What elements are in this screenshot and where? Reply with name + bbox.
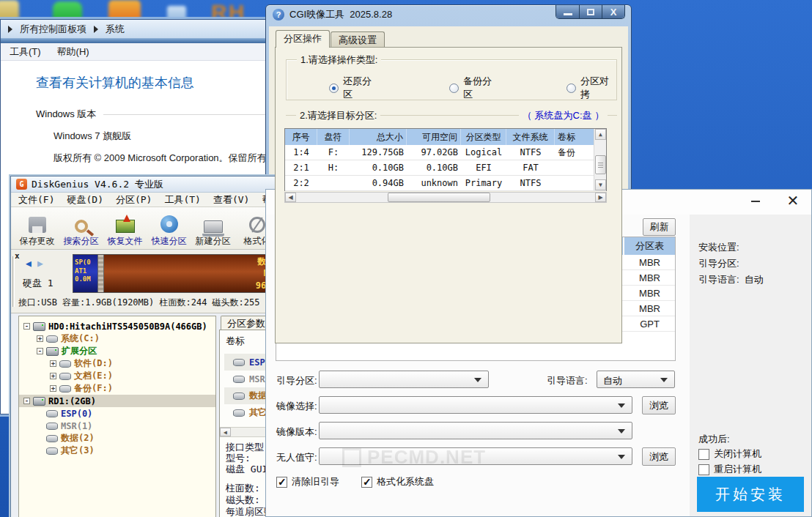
collapse-icon[interactable]: - [37,348,43,354]
menu-partition[interactable]: 分区(P) [116,193,152,207]
column-header[interactable]: 分区类型 [461,129,506,145]
partition-tree: -HD0:HitachiHTS545050B9A(466GB) +系统(C:) … [18,316,216,517]
next-disk-icon[interactable]: ▶ [37,258,43,269]
recover-icon [116,220,135,233]
scroll-down-icon[interactable]: ▼ [595,179,606,190]
unattend-dropdown[interactable] [319,447,632,465]
collapse-icon[interactable]: - [23,323,30,330]
column-header[interactable]: 盘符 [317,129,350,145]
panel-grip[interactable] [12,256,15,307]
msr-partition-block[interactable] [97,255,104,292]
clear-old-boot-checkbox[interactable]: 清除旧引导 [276,475,339,488]
prev-disk-icon[interactable]: ◀ [26,258,32,269]
cell-table-type: MBR [624,270,675,285]
radio-clone-partition[interactable]: 分区对拷 [566,75,616,101]
tree-item-software-d[interactable]: +软件(D:) [19,357,215,370]
menu-file[interactable]: 文件(F) [18,193,54,207]
table-row[interactable]: 1:4 F: 129.75GB 97.02GB Logical NTFS 备份 [285,145,606,160]
tab-partition-operations[interactable]: 分区操作 [276,30,330,48]
tree-item-backup-f[interactable]: +备份(F:) [19,382,215,395]
maximize-button[interactable] [579,5,602,18]
table-row[interactable]: 2:2 0.94GB unknown Primary NTFS [285,176,606,191]
caption-buttons: X [556,5,625,19]
quick-partition-button[interactable]: 快速分区 [149,209,189,248]
expand-icon[interactable]: + [50,360,56,367]
image-select-dropdown[interactable] [319,396,632,414]
radio-backup-partition[interactable]: 备份分区 [449,75,499,101]
dsi-sidebar: 安装位置: 引导分区: 引导语言: 自动 成功后: 关闭计算机 重启计算机 开始… [690,215,811,516]
refresh-button[interactable]: 刷新 [643,218,676,236]
breadcrumb-item-all-panels[interactable]: 所有控制面板项 [20,23,86,36]
tree-item-hd0[interactable]: -HD0:HitachiHTS545050B9A(466GB) [19,320,215,332]
tree-item-esp0[interactable]: ESP(0) [19,407,215,420]
minimize-button[interactable] [747,193,764,210]
tree-item-extended[interactable]: -扩展分区 [19,345,215,357]
close-button[interactable]: X [602,5,624,18]
close-button[interactable]: ✕ [783,191,802,210]
format-system-disk-checkbox[interactable]: 格式化系统盘 [361,475,434,488]
scrollbar-thumb[interactable] [388,193,490,202]
save-icon [29,217,46,233]
boot-partition-dropdown[interactable] [319,371,489,388]
minimize-button[interactable] [556,5,579,18]
new-partition-button[interactable]: 新建分区 [193,209,233,248]
column-header[interactable]: 总大小 [350,129,407,145]
extended-partition-icon [46,347,59,356]
menu-view[interactable]: 查看(V) [213,193,249,207]
scrollbar-thumb[interactable] [595,155,606,174]
tree-item-rd1[interactable]: -RD1:(2GB) [19,395,215,407]
menu-tools[interactable]: 工具(T) [10,45,41,59]
close-panel-icon[interactable]: x [15,251,20,261]
cell-total-size: 0.94GB [350,176,407,190]
cell-type: Logical [461,145,506,160]
recover-files-button[interactable]: 恢复文件 [105,209,145,248]
search-partition-button[interactable]: 搜索分区 [61,209,101,248]
image-select-label: 镜像选择: [276,400,317,413]
collapse-icon[interactable]: - [23,398,30,404]
tree-item-system-c[interactable]: +系统(C:) [19,332,215,345]
breadcrumb-item-system[interactable]: 系统 [106,23,125,36]
radio-restore-partition[interactable]: 还原分区 [329,75,379,101]
operation-type-groupbox: 1.请选择操作类型: 还原分区 备份分区 分区对拷 [286,59,617,100]
browse-unattend-button[interactable]: 浏览 [642,447,676,466]
start-install-button[interactable]: 开始安装 [697,477,804,512]
vertical-scrollbar[interactable]: ▲ ▼ [594,129,606,190]
menu-help[interactable]: 帮助(H) [57,45,89,59]
esp-partition-block[interactable]: SP(0AT10.0M [73,255,97,292]
column-header[interactable]: 序号 [285,129,317,145]
expand-icon[interactable]: + [50,385,56,392]
cell-drive: F: [317,145,350,160]
partition-icon [233,376,245,383]
save-changes-button[interactable]: 保存更改 [17,209,57,248]
tab-partition-params[interactable]: 分区参数 [221,316,272,330]
radio-icon [329,83,339,93]
browse-image-button[interactable]: 浏览 [642,396,676,414]
expand-icon[interactable]: + [37,335,43,342]
shutdown-checkbox[interactable]: 关闭计算机 [698,447,761,461]
expand-icon[interactable]: + [50,373,56,379]
checkbox-label: 重启计算机 [714,463,761,476]
tree-item-data2[interactable]: 数据(2) [19,432,215,445]
boot-language-dropdown[interactable]: 自动 [597,371,675,388]
table-row[interactable]: 2:1 H: 0.10GB 0.10GB EFI FAT [285,160,606,176]
scroll-left-icon[interactable]: ◀ [285,193,296,202]
tree-item-msr1[interactable]: MSR(1) [19,420,215,432]
reboot-checkbox[interactable]: 重启计算机 [698,463,761,476]
tree-item-docs-e[interactable]: +文档(E:) [19,370,215,382]
tree-item-other3[interactable]: 其它(3) [19,445,215,457]
horizontal-scrollbar[interactable]: ◀ ▶ [284,192,607,203]
menu-tools[interactable]: 工具(T) [164,193,200,207]
column-header[interactable]: 分区表 [624,237,675,255]
column-header[interactable]: 卷标 [555,129,594,145]
menu-disk[interactable]: 硬盘(D) [67,193,103,207]
image-version-dropdown[interactable] [319,422,632,439]
checkbox-icon [698,449,709,460]
scroll-right-icon[interactable]: ▶ [595,193,606,202]
scroll-up-icon[interactable]: ▲ [595,129,606,140]
scroll-left-icon[interactable]: ◀ [220,428,231,436]
volume-label: 数据 [249,390,267,402]
section-title: Windows 版本 [36,108,96,121]
tab-advanced-settings[interactable]: 高级设置 [331,31,385,47]
column-header[interactable]: 文件系统 [506,129,555,145]
column-header[interactable]: 可用空间 [407,129,461,145]
